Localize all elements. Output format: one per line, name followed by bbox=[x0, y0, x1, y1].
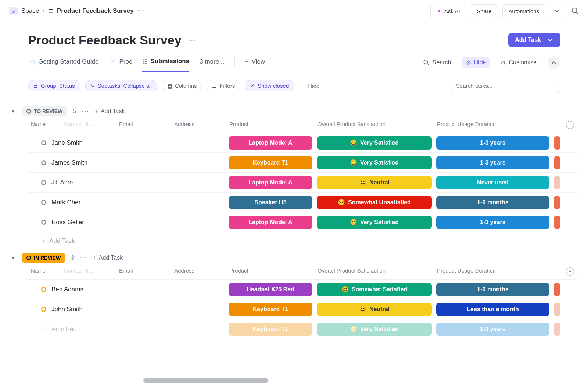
task-name[interactable]: Mark Cher bbox=[51, 199, 80, 206]
tab-proc[interactable]: 📄Proc bbox=[109, 58, 132, 71]
col-contact[interactable]: Contact N... bbox=[61, 121, 116, 129]
tab-more[interactable]: 3 more... bbox=[200, 58, 224, 71]
status-dot-icon[interactable] bbox=[41, 287, 46, 292]
product-tag[interactable]: Headset X25 Red bbox=[229, 283, 312, 296]
add-view-button[interactable]: +View bbox=[245, 58, 265, 71]
col-duration[interactable]: Product Usage Duration bbox=[434, 121, 552, 129]
status-dot-icon[interactable] bbox=[41, 140, 46, 145]
status-dot-icon[interactable] bbox=[41, 220, 46, 225]
group-add-task[interactable]: +Add Task bbox=[95, 108, 125, 115]
collapse-caret-icon[interactable]: ▼ bbox=[11, 109, 16, 114]
status-pill[interactable]: TO REVIEW bbox=[22, 106, 67, 116]
automations-more-button[interactable] bbox=[550, 4, 564, 18]
show-closed-chip[interactable]: ✔Show closed bbox=[245, 80, 294, 91]
status-dot-icon[interactable] bbox=[41, 180, 46, 185]
table-row[interactable]: Ben Adams Headset X25 Red 😄Somewhat Sati… bbox=[28, 280, 577, 299]
collapse-toolbar-button[interactable] bbox=[548, 56, 560, 69]
col-satisfaction[interactable]: Overall Product Satisfaction bbox=[315, 267, 434, 276]
hide-link[interactable]: Hide bbox=[308, 83, 319, 89]
col-address[interactable]: Address bbox=[171, 121, 226, 129]
satisfaction-tag[interactable]: 😄Neutral bbox=[317, 303, 432, 316]
filters-chip[interactable]: ☰Filters bbox=[207, 80, 240, 91]
search-tool[interactable]: Search bbox=[419, 57, 455, 68]
group-chip[interactable]: ≣Group: Status bbox=[28, 80, 80, 91]
group-add-task[interactable]: +Add Task bbox=[93, 255, 123, 261]
col-contact[interactable]: Contact N... bbox=[61, 267, 116, 276]
customize-tool[interactable]: ⚙Customize bbox=[497, 57, 540, 68]
task-search[interactable] bbox=[450, 79, 560, 93]
task-name[interactable]: Jill Acre bbox=[51, 179, 73, 186]
col-address[interactable]: Address bbox=[171, 267, 226, 276]
task-name[interactable]: Ben Adams bbox=[51, 286, 83, 293]
satisfaction-tag[interactable]: 😔Somewhat Unsatisfied bbox=[317, 196, 432, 209]
status-dot-icon[interactable] bbox=[41, 200, 46, 205]
duration-tag[interactable]: 1-3 years bbox=[436, 323, 549, 336]
product-tag[interactable]: Laptop Model A bbox=[229, 136, 312, 150]
group-more-icon[interactable]: ··· bbox=[82, 108, 89, 115]
col-product[interactable]: Product bbox=[226, 267, 315, 276]
search-icon[interactable] bbox=[571, 7, 579, 15]
col-name[interactable]: Name bbox=[28, 267, 61, 276]
space-badge[interactable]: S bbox=[9, 7, 18, 15]
add-task-row[interactable]: +Add Task bbox=[28, 232, 577, 245]
status-dot-icon[interactable] bbox=[41, 307, 46, 312]
product-tag[interactable]: Keyboard T1 bbox=[229, 156, 312, 169]
product-tag[interactable]: Keyboard T1 bbox=[229, 323, 312, 336]
duration-tag[interactable]: 1-6 months bbox=[436, 196, 549, 209]
status-pill[interactable]: IN REVIEW bbox=[22, 253, 65, 263]
breadcrumb-space[interactable]: Space bbox=[21, 7, 39, 15]
extra-tag[interactable] bbox=[554, 303, 560, 316]
ask-ai-button[interactable]: ✦Ask AI bbox=[430, 4, 466, 18]
tab-getting-started[interactable]: 📄Getting Started Guide bbox=[28, 58, 98, 71]
table-row[interactable]: Mark Cher Speaker H5 😔Somewhat Unsatisfi… bbox=[28, 192, 577, 212]
extra-tag[interactable] bbox=[554, 156, 560, 169]
table-row[interactable]: Jill Acre Laptop Model A 😄Neutral Never … bbox=[28, 173, 577, 192]
task-name[interactable]: Jane Smith bbox=[51, 139, 83, 147]
product-tag[interactable]: Laptop Model A bbox=[229, 216, 312, 229]
hide-tool[interactable]: ⚙Hide bbox=[462, 57, 490, 68]
table-row[interactable]: James Smith Keyboard T1 😋Very Satisfied … bbox=[28, 153, 577, 173]
product-tag[interactable]: Speaker H5 bbox=[229, 196, 312, 209]
extra-tag[interactable] bbox=[554, 323, 560, 336]
extra-tag[interactable] bbox=[554, 136, 560, 150]
add-task-button[interactable]: Add Task bbox=[508, 33, 548, 47]
extra-tag[interactable] bbox=[554, 176, 560, 189]
add-column[interactable]: + bbox=[552, 121, 577, 129]
automations-button[interactable]: Automations bbox=[502, 4, 545, 18]
duration-tag[interactable]: 1-3 years bbox=[436, 156, 549, 169]
task-name[interactable]: John Smith bbox=[51, 306, 83, 313]
extra-tag[interactable] bbox=[554, 196, 560, 209]
col-email[interactable]: Email bbox=[116, 267, 171, 276]
duration-tag[interactable]: Never used bbox=[436, 176, 549, 189]
share-button[interactable]: Share bbox=[471, 4, 498, 18]
collapse-caret-icon[interactable]: ▼ bbox=[11, 255, 16, 260]
columns-chip[interactable]: ▦Columns bbox=[162, 80, 202, 91]
table-row[interactable]: Amy Perth Keyboard T1 😋Very Satisfied 1-… bbox=[28, 319, 577, 339]
status-dot-icon[interactable] bbox=[41, 160, 46, 165]
page-more-icon[interactable]: ··· bbox=[188, 36, 197, 44]
satisfaction-tag[interactable]: 😋Very Satisfied bbox=[317, 216, 432, 229]
duration-tag[interactable]: 1-3 years bbox=[436, 216, 549, 229]
product-tag[interactable]: Keyboard T1 bbox=[229, 303, 312, 316]
satisfaction-tag[interactable]: 😄Somewhat Satisfied bbox=[317, 283, 432, 296]
task-name[interactable]: Ross Geller bbox=[51, 219, 84, 226]
col-name[interactable]: Name bbox=[28, 121, 61, 129]
col-product[interactable]: Product bbox=[226, 121, 315, 129]
tab-submissions[interactable]: ☷Submissions bbox=[142, 58, 189, 72]
breadcrumb-more-icon[interactable]: ··· bbox=[137, 7, 145, 15]
col-satisfaction[interactable]: Overall Product Satisfaction bbox=[315, 121, 434, 129]
duration-tag[interactable]: 1-6 months bbox=[436, 283, 549, 296]
subtasks-chip[interactable]: ⤷Subtasks: Collapse all bbox=[85, 80, 158, 91]
breadcrumb-page[interactable]: Product Feedback Survey bbox=[57, 7, 134, 15]
duration-tag[interactable]: 1-3 years bbox=[436, 136, 549, 150]
table-row[interactable]: Ross Geller Laptop Model A 😋Very Satisfi… bbox=[28, 212, 577, 232]
task-search-input[interactable] bbox=[456, 83, 554, 89]
task-name[interactable]: Amy Perth bbox=[51, 325, 80, 333]
product-tag[interactable]: Laptop Model A bbox=[229, 176, 312, 189]
extra-tag[interactable] bbox=[554, 216, 560, 229]
table-row[interactable]: John Smith Keyboard T1 😄Neutral Less tha… bbox=[28, 299, 577, 319]
group-more-icon[interactable]: ··· bbox=[80, 255, 87, 261]
task-name[interactable]: James Smith bbox=[51, 159, 87, 166]
table-row[interactable]: Jane Smith Laptop Model A 😋Very Satisfie… bbox=[28, 133, 577, 153]
col-duration[interactable]: Product Usage Duration bbox=[434, 267, 552, 276]
